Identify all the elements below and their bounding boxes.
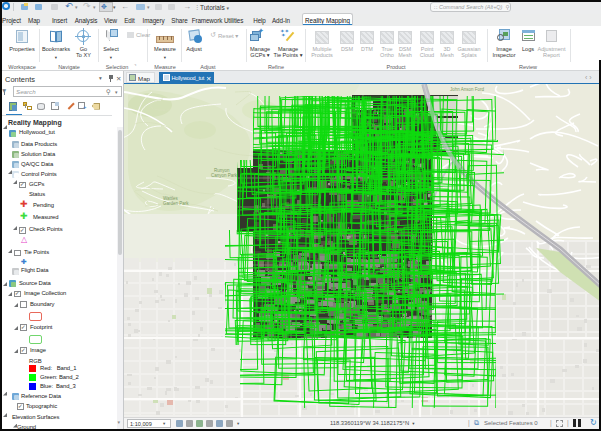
- svg-text:Canyon Park: Canyon Park: [211, 173, 238, 178]
- svg-text:Garden Park: Garden Park: [163, 201, 189, 206]
- svg-text:John Anson Ford: John Anson Ford: [450, 87, 485, 92]
